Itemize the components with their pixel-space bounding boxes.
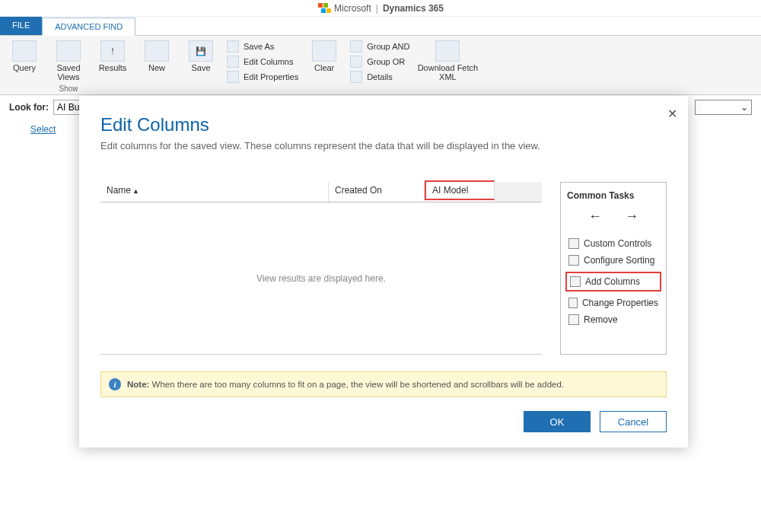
group-or-icon — [350, 56, 362, 68]
results-icon: ! — [100, 40, 125, 62]
ribbon-new-label: New — [148, 63, 165, 72]
new-icon — [145, 40, 169, 62]
common-tasks-title: Common Tasks — [567, 190, 660, 201]
ribbon-edit-columns-label: Edit Columns — [244, 57, 293, 66]
ribbon: Query Saved Views !Results Show New 💾Sav… — [0, 36, 761, 95]
info-icon: i — [109, 378, 121, 390]
column-headers: Name▲ Created On AI Model — [100, 182, 542, 202]
ribbon-download-fetchxml-button[interactable]: Download Fetch XML — [417, 40, 478, 81]
change-properties-icon — [568, 298, 578, 308]
ribbon-new-button[interactable]: New — [139, 40, 175, 72]
edit-columns-dialog: ✕ Edit Columns Edit columns for the save… — [79, 96, 688, 448]
ok-button[interactable]: OK — [524, 411, 591, 432]
close-button[interactable]: ✕ — [667, 107, 677, 121]
ribbon-download-label: Download Fetch XML — [418, 63, 479, 81]
note-text: Note: When there are too many columns to… — [127, 380, 564, 389]
ribbon-group-or-label: Group OR — [367, 57, 405, 66]
query-icon — [12, 40, 37, 62]
results-placeholder: View results are displayed here. — [100, 202, 542, 355]
ribbon-edit-properties-label: Edit Properties — [244, 72, 298, 81]
edit-columns-icon — [227, 56, 239, 68]
task-change-properties[interactable]: Change Properties — [567, 295, 660, 311]
saved-views-icon — [56, 40, 81, 62]
ribbon-saved-views-label: Saved Views — [56, 63, 80, 81]
ribbon-group-and[interactable]: Group AND — [350, 40, 409, 53]
ribbon-details[interactable]: Details — [350, 71, 409, 83]
ribbon-details-label: Details — [367, 72, 393, 81]
ribbon-group-or[interactable]: Group OR — [350, 56, 409, 68]
column-header-created-on[interactable]: Created On — [329, 182, 425, 202]
task-add-columns-label: Add Columns — [585, 276, 640, 287]
clear-icon — [312, 40, 336, 62]
ribbon-query-label: Query — [13, 63, 36, 72]
brand-product: Dynamics 365 — [383, 3, 444, 14]
ribbon-clear-label: Clear — [314, 63, 334, 72]
brand-company: Microsoft — [334, 3, 371, 14]
common-tasks-panel: Common Tasks ← → Custom Controls Configu… — [560, 182, 667, 355]
column-header-ai-model[interactable]: AI Model — [425, 180, 495, 200]
task-custom-controls[interactable]: Custom Controls — [567, 235, 660, 252]
column-header-spacer — [495, 182, 542, 202]
task-remove-label: Remove — [584, 314, 618, 325]
group-and-icon — [350, 40, 362, 53]
dialog-title: Edit Columns — [100, 114, 667, 135]
ribbon-group-and-label: Group AND — [367, 42, 409, 51]
brand-bar: Microsoft | Dynamics 365 — [0, 0, 761, 17]
remove-icon — [568, 314, 579, 325]
column-header-name[interactable]: Name▲ — [100, 182, 329, 202]
brand-separator: | — [376, 3, 378, 14]
task-change-properties-label: Change Properties — [582, 298, 658, 308]
task-remove[interactable]: Remove — [567, 311, 660, 328]
save-as-icon — [227, 40, 239, 53]
move-right-button[interactable]: → — [625, 209, 638, 225]
tab-file[interactable]: FILE — [0, 17, 42, 35]
ribbon-results-button[interactable]: !Results — [94, 40, 131, 81]
note-body: When there are too many columns to fit o… — [152, 380, 564, 389]
custom-controls-icon — [568, 238, 579, 249]
dialog-subtitle: Edit columns for the saved view. These c… — [100, 140, 667, 151]
select-link[interactable]: Select — [30, 124, 56, 135]
ribbon-saved-views-button[interactable]: Saved Views — [50, 40, 87, 81]
ribbon-edit-properties[interactable]: Edit Properties — [227, 71, 298, 83]
save-icon: 💾 — [189, 40, 213, 62]
chevron-down-icon: ⌄ — [740, 102, 748, 113]
ribbon-clear-button[interactable]: Clear — [306, 40, 342, 72]
tab-advanced-find[interactable]: ADVANCED FIND — [42, 18, 135, 36]
configure-sorting-icon — [568, 255, 579, 266]
ribbon-save-as-label: Save As — [244, 42, 274, 51]
ribbon-results-label: Results — [99, 63, 127, 72]
add-columns-icon — [570, 276, 581, 287]
ribbon-save-button[interactable]: 💾Save — [183, 40, 219, 72]
download-icon — [435, 40, 460, 62]
move-left-button[interactable]: ← — [588, 209, 602, 225]
columns-panel: Name▲ Created On AI Model View results a… — [100, 182, 542, 355]
microsoft-logo-icon-b — [320, 8, 331, 14]
ribbon-show-group-label: Show — [59, 84, 78, 93]
task-custom-controls-label: Custom Controls — [584, 238, 651, 249]
sort-asc-icon: ▲ — [132, 187, 139, 195]
ribbon-query-button[interactable]: Query — [6, 40, 43, 81]
ribbon-edit-columns[interactable]: Edit Columns — [227, 56, 298, 68]
ribbon-tabs: FILE ADVANCED FIND — [0, 17, 761, 36]
note-label: Note: — [127, 380, 149, 389]
edit-properties-icon — [227, 71, 239, 83]
lookfor-label: Look for: — [9, 102, 49, 113]
cancel-button[interactable]: Cancel — [600, 411, 667, 432]
task-configure-sorting-label: Configure Sorting — [584, 255, 654, 266]
note-banner: i Note: When there are too many columns … — [100, 371, 667, 397]
task-add-columns[interactable]: Add Columns — [570, 276, 657, 287]
ribbon-save-label: Save — [191, 63, 210, 72]
lookfor-dropdown[interactable]: ⌄ — [695, 100, 752, 115]
details-icon — [350, 71, 362, 83]
task-configure-sorting[interactable]: Configure Sorting — [567, 252, 660, 269]
ribbon-save-as[interactable]: Save As — [227, 40, 298, 53]
column-header-name-label: Name — [107, 185, 131, 196]
